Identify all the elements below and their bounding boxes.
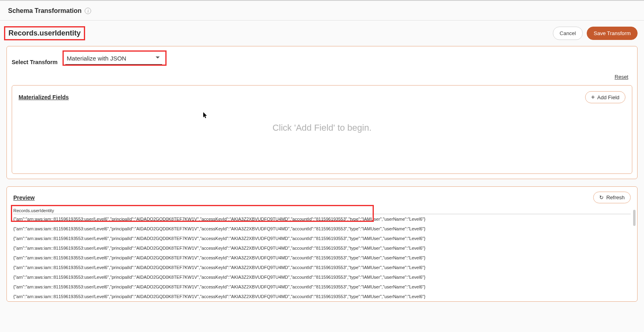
preview-title: Preview xyxy=(13,194,35,201)
add-field-label: Add Field xyxy=(597,94,619,100)
table-column-header: Records.userIdentity xyxy=(13,207,631,214)
fields-placeholder: Click 'Add Field' to begin. xyxy=(19,123,625,133)
page-header: Schema Transformation i xyxy=(0,1,644,21)
page-title: Schema Transformation xyxy=(8,7,81,15)
record-path-title: Records.userIdentity xyxy=(8,29,81,37)
table-row: {"arn":"arn:aws:iam::811596193553:user/L… xyxy=(13,263,631,272)
materialized-fields-title: Materialized Fields xyxy=(19,94,69,100)
subheader: Records.userIdentity Cancel Save Transfo… xyxy=(0,21,644,46)
preview-table: Records.userIdentity {"arn":"arn:aws:iam… xyxy=(13,207,631,301)
table-row: {"arn":"arn:aws:iam::811596193553:user/L… xyxy=(13,253,631,263)
table-row: {"arn":"arn:aws:iam::811596193553:user/L… xyxy=(13,282,631,292)
save-transform-button[interactable]: Save Transform xyxy=(587,27,638,40)
annotation-highlight-title: Records.userIdentity xyxy=(4,26,85,40)
refresh-button[interactable]: ↻ Refresh xyxy=(593,192,631,203)
table-row: {"arn":"arn:aws:iam::811596193553:user/L… xyxy=(13,224,631,234)
transform-panel: Select Transform Materialize with JSON R… xyxy=(6,46,638,179)
refresh-label: Refresh xyxy=(606,194,625,200)
cancel-button[interactable]: Cancel xyxy=(553,27,583,40)
materialized-fields-panel: Materialized Fields + Add Field Click 'A… xyxy=(12,85,632,174)
table-row: {"arn":"arn:aws:iam::811596193553:user/L… xyxy=(13,272,631,282)
preview-panel: Preview ↻ Refresh Records.userIdentity {… xyxy=(6,186,638,302)
add-field-button[interactable]: + Add Field xyxy=(585,91,625,103)
select-transform-label: Select Transform xyxy=(12,51,58,65)
chevron-down-icon xyxy=(156,56,160,58)
refresh-icon: ↻ xyxy=(599,194,604,200)
table-row: {"arn":"arn:aws:iam::811596193553:user/L… xyxy=(13,292,631,301)
table-row: {"arn":"arn:aws:iam::811596193553:user/L… xyxy=(13,243,631,253)
table-row: {"arn":"arn:aws:iam::811596193553:user/L… xyxy=(13,214,631,224)
info-icon[interactable]: i xyxy=(85,8,91,14)
transform-select[interactable]: Materialize with JSON xyxy=(65,52,162,65)
annotation-highlight-select: Materialize with JSON xyxy=(63,50,167,66)
scrollbar[interactable] xyxy=(633,210,636,226)
reset-link[interactable]: Reset xyxy=(615,74,628,80)
transform-select-value: Materialize with JSON xyxy=(67,55,127,62)
plus-icon: + xyxy=(591,94,595,100)
table-row: {"arn":"arn:aws:iam::811596193553:user/L… xyxy=(13,234,631,243)
mouse-cursor-icon xyxy=(203,112,208,120)
